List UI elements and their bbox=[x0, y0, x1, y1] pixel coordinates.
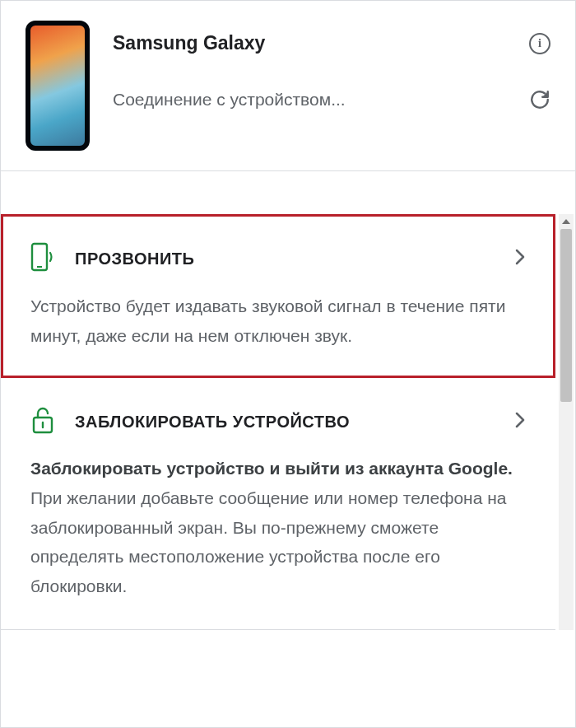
device-thumbnail bbox=[26, 21, 90, 151]
actions-list: ПРОЗВОНИТЬ Устройство будет издавать зву… bbox=[1, 214, 575, 630]
lock-description-rest: При желании добавьте сообщение или номер… bbox=[30, 488, 506, 595]
scrollbar-track[interactable] bbox=[559, 214, 574, 630]
lock-icon bbox=[30, 406, 55, 437]
ring-card-header: ПРОЗВОНИТЬ bbox=[30, 242, 526, 275]
ring-icon bbox=[30, 242, 55, 275]
scrollbar-thumb[interactable] bbox=[560, 229, 572, 402]
header-right: Samsung Galaxy i Соединение с устройство… bbox=[113, 21, 550, 110]
lock-device-card[interactable]: ЗАБЛОКИРОВАТЬ УСТРОЙСТВО Заблокировать у… bbox=[1, 378, 555, 629]
refresh-icon[interactable] bbox=[529, 89, 550, 110]
info-icon[interactable]: i bbox=[529, 33, 550, 54]
ring-title: ПРОЗВОНИТЬ bbox=[75, 250, 194, 268]
lock-description-bold: Заблокировать устройство и выйти из акка… bbox=[30, 459, 513, 478]
lock-description: Заблокировать устройство и выйти из акка… bbox=[30, 454, 526, 600]
ring-description: Устройство будет издавать звуковой сигна… bbox=[30, 292, 526, 350]
svg-marker-4 bbox=[562, 219, 570, 224]
chevron-right-icon bbox=[514, 411, 526, 432]
connection-status: Соединение с устройством... bbox=[113, 90, 346, 110]
ring-device-card[interactable]: ПРОЗВОНИТЬ Устройство будет издавать зву… bbox=[1, 214, 555, 378]
lock-card-header: ЗАБЛОКИРОВАТЬ УСТРОЙСТВО bbox=[30, 406, 526, 437]
device-panel: Samsung Galaxy i Соединение с устройство… bbox=[0, 0, 576, 728]
scrollbar-up-icon[interactable] bbox=[559, 214, 574, 229]
spacer bbox=[1, 171, 575, 214]
device-header: Samsung Galaxy i Соединение с устройство… bbox=[1, 21, 575, 170]
device-name: Samsung Galaxy bbox=[113, 32, 265, 54]
lock-title: ЗАБЛОКИРОВАТЬ УСТРОЙСТВО bbox=[75, 413, 350, 432]
status-row: Соединение с устройством... bbox=[113, 89, 550, 110]
title-row: Samsung Galaxy i bbox=[113, 32, 550, 54]
chevron-right-icon bbox=[514, 248, 526, 269]
